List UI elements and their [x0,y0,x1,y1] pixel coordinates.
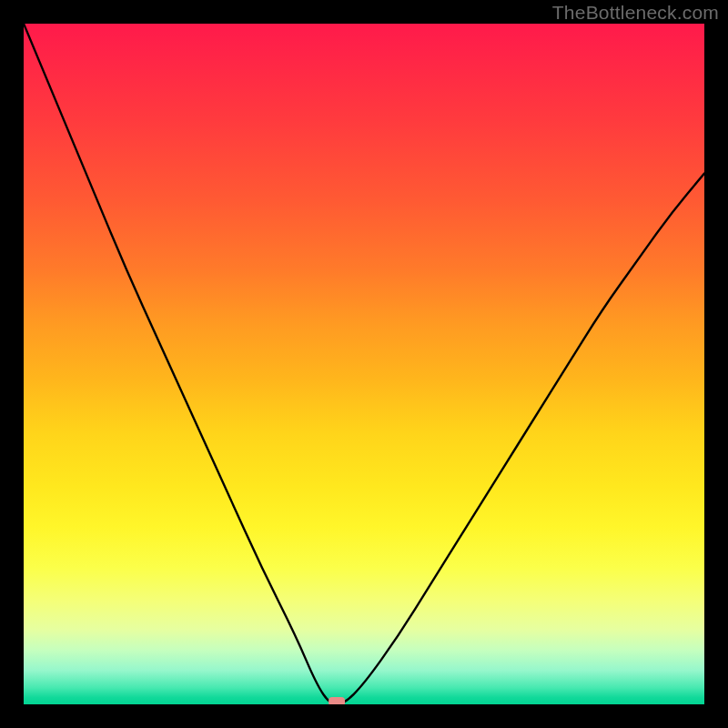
minimum-marker [329,697,345,704]
chart-svg [24,24,704,704]
chart-frame: TheBottleneck.com [0,0,728,728]
bottleneck-curve [24,24,704,704]
plot-area [24,24,704,704]
watermark-text: TheBottleneck.com [552,2,719,24]
